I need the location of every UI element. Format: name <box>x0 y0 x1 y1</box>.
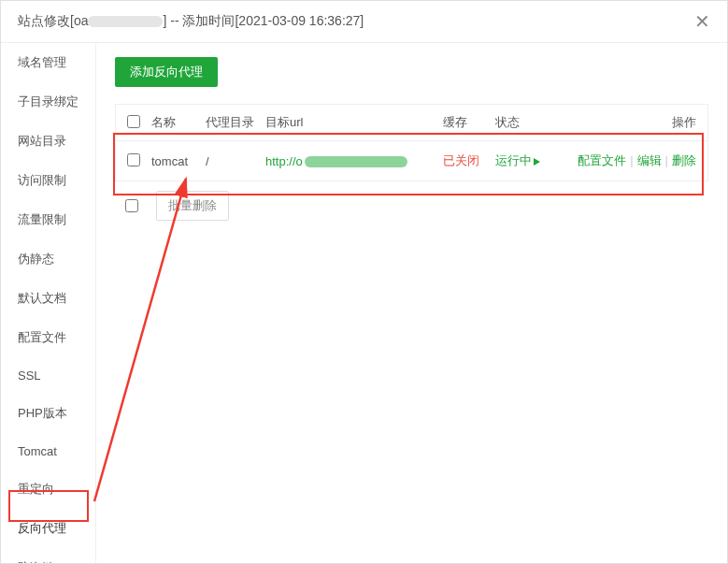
proxy-table: 名称 代理目录 目标url 缓存 状态 操作 tomcat / http://o… <box>115 104 708 181</box>
title-suffix: ] -- 添加时间[2021-03-09 16:36:27] <box>163 13 364 28</box>
th-cache: 缓存 <box>443 114 495 131</box>
th-dir: 代理目录 <box>206 114 265 131</box>
th-name: 名称 <box>151 114 206 131</box>
cell-ops: 配置文件|编辑|删除 <box>559 152 696 169</box>
redacted-domain <box>88 16 163 27</box>
modal-title: 站点修改[oa] -- 添加时间[2021-03-09 16:36:27] <box>18 13 364 30</box>
sidebar-item-2[interactable]: 网站目录 <box>1 122 95 161</box>
modal-body: 域名管理子目录绑定网站目录访问限制流量限制伪静态默认文档配置文件SSLPHP版本… <box>1 43 727 563</box>
bulk-delete-button[interactable]: 批量删除 <box>156 191 229 221</box>
sidebar-item-11[interactable]: 重定向 <box>1 470 95 509</box>
close-icon[interactable]: ✕ <box>694 12 710 31</box>
delete-link[interactable]: 删除 <box>672 153 696 167</box>
th-url: 目标url <box>265 114 443 131</box>
edit-link[interactable]: 编辑 <box>637 153 662 167</box>
cell-status[interactable]: 运行中 <box>495 152 559 169</box>
sidebar-item-6[interactable]: 默认文档 <box>1 279 95 318</box>
sidebar: 域名管理子目录绑定网站目录访问限制流量限制伪静态默认文档配置文件SSLPHP版本… <box>1 43 96 563</box>
cell-cache[interactable]: 已关闭 <box>443 152 495 169</box>
sidebar-item-12[interactable]: 反向代理 <box>1 509 95 548</box>
sidebar-item-8[interactable]: SSL <box>1 357 95 394</box>
cell-name: tomcat <box>151 154 206 168</box>
select-all-checkbox[interactable] <box>127 115 140 128</box>
target-url-link[interactable]: http://o <box>265 154 407 168</box>
sidebar-item-4[interactable]: 流量限制 <box>1 200 95 239</box>
sidebar-item-9[interactable]: PHP版本 <box>1 394 95 433</box>
modal-header: 站点修改[oa] -- 添加时间[2021-03-09 16:36:27] ✕ <box>1 1 727 43</box>
sidebar-item-1[interactable]: 子目录绑定 <box>1 82 95 122</box>
sidebar-item-5[interactable]: 伪静态 <box>1 239 95 279</box>
play-icon <box>534 158 540 166</box>
content-pane: 添加反向代理 名称 代理目录 目标url 缓存 状态 操作 tomcat / h <box>96 43 727 563</box>
redacted-url <box>305 156 407 167</box>
sidebar-item-10[interactable]: Tomcat <box>1 433 95 470</box>
table-header-row: 名称 代理目录 目标url 缓存 状态 操作 <box>116 105 707 141</box>
cell-url: http://o <box>265 154 443 168</box>
sidebar-item-13[interactable]: 防盗链 <box>1 548 95 563</box>
title-prefix: 站点修改[oa <box>18 13 88 28</box>
th-status: 状态 <box>495 114 559 131</box>
site-edit-modal: 站点修改[oa] -- 添加时间[2021-03-09 16:36:27] ✕ … <box>0 0 728 564</box>
row-checkbox[interactable] <box>127 153 140 166</box>
bulk-action-row: 批量删除 <box>115 191 708 221</box>
add-reverse-proxy-button[interactable]: 添加反向代理 <box>115 57 218 87</box>
table-row: tomcat / http://o 已关闭 运行中 配置文件|编辑|删除 <box>116 141 707 181</box>
sidebar-item-3[interactable]: 访问限制 <box>1 161 95 200</box>
th-ops: 操作 <box>559 114 696 131</box>
config-file-link[interactable]: 配置文件 <box>578 153 626 167</box>
cell-dir: / <box>206 154 265 168</box>
bulk-select-checkbox[interactable] <box>125 199 138 212</box>
sidebar-item-0[interactable]: 域名管理 <box>1 43 95 82</box>
sidebar-item-7[interactable]: 配置文件 <box>1 318 95 357</box>
